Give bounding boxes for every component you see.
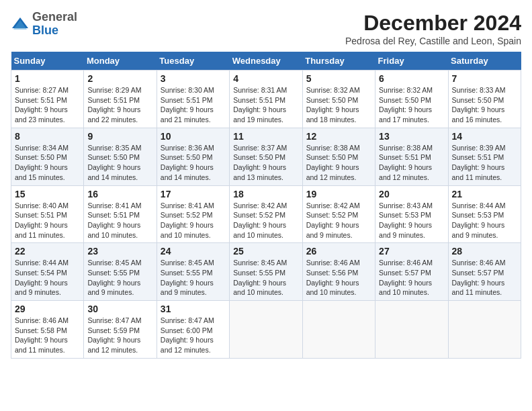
- calendar-cell: 27Sunrise: 8:46 AM Sunset: 5:57 PM Dayli…: [375, 243, 448, 301]
- day-detail: Sunrise: 8:29 AM Sunset: 5:51 PM Dayligh…: [87, 85, 152, 125]
- col-tuesday: Tuesday: [157, 52, 229, 71]
- calendar-cell: 29Sunrise: 8:46 AM Sunset: 5:58 PM Dayli…: [11, 301, 84, 359]
- day-detail: Sunrise: 8:40 AM Sunset: 5:51 PM Dayligh…: [15, 201, 80, 240]
- day-number: 2: [87, 73, 152, 84]
- calendar-table: Sunday Monday Tuesday Wednesday Thursday…: [11, 52, 521, 359]
- day-number: 1: [15, 73, 80, 84]
- day-number: 8: [15, 131, 80, 142]
- day-number: 12: [306, 131, 371, 142]
- calendar-cell: 21Sunrise: 8:44 AM Sunset: 5:53 PM Dayli…: [448, 185, 521, 243]
- calendar-cell: [375, 301, 448, 359]
- calendar-title: December 2024: [345, 11, 521, 36]
- day-detail: Sunrise: 8:45 AM Sunset: 5:55 PM Dayligh…: [233, 258, 298, 298]
- day-number: 4: [233, 73, 298, 84]
- day-detail: Sunrise: 8:30 AM Sunset: 5:51 PM Dayligh…: [161, 85, 226, 125]
- day-detail: Sunrise: 8:39 AM Sunset: 5:51 PM Dayligh…: [452, 143, 517, 183]
- col-monday: Monday: [84, 52, 157, 71]
- calendar-cell: 14Sunrise: 8:39 AM Sunset: 5:51 PM Dayli…: [448, 128, 521, 185]
- day-number: 5: [306, 73, 371, 84]
- day-number: 27: [379, 246, 444, 257]
- calendar-cell: 17Sunrise: 8:41 AM Sunset: 5:52 PM Dayli…: [157, 185, 229, 243]
- day-number: 14: [452, 131, 517, 142]
- calendar-week-row: 15Sunrise: 8:40 AM Sunset: 5:51 PM Dayli…: [11, 185, 521, 243]
- calendar-cell: 9Sunrise: 8:35 AM Sunset: 5:50 PM Daylig…: [84, 128, 157, 185]
- day-detail: Sunrise: 8:32 AM Sunset: 5:50 PM Dayligh…: [379, 85, 444, 125]
- col-saturday: Saturday: [448, 52, 521, 71]
- day-detail: Sunrise: 8:35 AM Sunset: 5:50 PM Dayligh…: [87, 143, 152, 183]
- day-detail: Sunrise: 8:46 AM Sunset: 5:56 PM Dayligh…: [306, 258, 371, 298]
- col-wednesday: Wednesday: [230, 52, 302, 71]
- calendar-cell: [448, 301, 521, 359]
- day-detail: Sunrise: 8:47 AM Sunset: 6:00 PM Dayligh…: [161, 316, 226, 355]
- calendar-cell: 20Sunrise: 8:43 AM Sunset: 5:53 PM Dayli…: [375, 185, 448, 243]
- day-detail: Sunrise: 8:46 AM Sunset: 5:57 PM Dayligh…: [379, 258, 444, 298]
- day-number: 9: [87, 131, 152, 142]
- col-sunday: Sunday: [11, 52, 84, 71]
- day-number: 11: [233, 131, 298, 142]
- logo-text: General Blue: [32, 11, 77, 38]
- day-number: 24: [161, 246, 226, 257]
- day-number: 7: [452, 73, 517, 84]
- calendar-cell: 24Sunrise: 8:45 AM Sunset: 5:55 PM Dayli…: [157, 243, 229, 301]
- day-detail: Sunrise: 8:43 AM Sunset: 5:53 PM Dayligh…: [379, 201, 444, 240]
- day-number: 18: [233, 189, 298, 199]
- day-number: 23: [87, 246, 152, 257]
- calendar-cell: 3Sunrise: 8:30 AM Sunset: 5:51 PM Daylig…: [157, 71, 229, 128]
- day-number: 16: [87, 189, 152, 199]
- logo: General Blue: [11, 11, 77, 38]
- day-number: 25: [233, 246, 298, 257]
- logo-icon: [11, 15, 30, 34]
- day-number: 28: [452, 246, 517, 257]
- calendar-cell: 16Sunrise: 8:41 AM Sunset: 5:51 PM Dayli…: [84, 185, 157, 243]
- col-friday: Friday: [375, 52, 448, 71]
- calendar-cell: 25Sunrise: 8:45 AM Sunset: 5:55 PM Dayli…: [230, 243, 302, 301]
- day-detail: Sunrise: 8:44 AM Sunset: 5:53 PM Dayligh…: [452, 201, 517, 240]
- calendar-week-row: 29Sunrise: 8:46 AM Sunset: 5:58 PM Dayli…: [11, 301, 521, 359]
- day-detail: Sunrise: 8:47 AM Sunset: 5:59 PM Dayligh…: [87, 316, 152, 355]
- calendar-cell: 15Sunrise: 8:40 AM Sunset: 5:51 PM Dayli…: [11, 185, 84, 243]
- calendar-cell: 30Sunrise: 8:47 AM Sunset: 5:59 PM Dayli…: [84, 301, 157, 359]
- day-detail: Sunrise: 8:38 AM Sunset: 5:50 PM Dayligh…: [306, 143, 371, 183]
- calendar-cell: 22Sunrise: 8:44 AM Sunset: 5:54 PM Dayli…: [11, 243, 84, 301]
- calendar-cell: [302, 301, 375, 359]
- calendar-cell: 31Sunrise: 8:47 AM Sunset: 6:00 PM Dayli…: [157, 301, 229, 359]
- day-number: 3: [161, 73, 226, 84]
- page-header: General Blue December 2024 Pedrosa del R…: [11, 11, 521, 46]
- calendar-cell: 4Sunrise: 8:31 AM Sunset: 5:51 PM Daylig…: [230, 71, 302, 128]
- day-detail: Sunrise: 8:31 AM Sunset: 5:51 PM Dayligh…: [233, 85, 298, 125]
- col-thursday: Thursday: [302, 52, 375, 71]
- day-number: 29: [15, 304, 80, 314]
- calendar-cell: 7Sunrise: 8:33 AM Sunset: 5:50 PM Daylig…: [448, 71, 521, 128]
- logo-blue: Blue: [32, 24, 58, 37]
- day-detail: Sunrise: 8:41 AM Sunset: 5:52 PM Dayligh…: [161, 201, 226, 240]
- calendar-cell: 28Sunrise: 8:46 AM Sunset: 5:57 PM Dayli…: [448, 243, 521, 301]
- day-detail: Sunrise: 8:44 AM Sunset: 5:54 PM Dayligh…: [15, 258, 80, 298]
- calendar-subtitle: Pedrosa del Rey, Castille and Leon, Spai…: [345, 36, 521, 46]
- day-number: 30: [87, 304, 152, 314]
- day-detail: Sunrise: 8:34 AM Sunset: 5:50 PM Dayligh…: [15, 143, 80, 183]
- calendar-cell: 10Sunrise: 8:36 AM Sunset: 5:50 PM Dayli…: [157, 128, 229, 185]
- day-number: 15: [15, 189, 80, 199]
- logo-general: General: [32, 10, 77, 24]
- day-detail: Sunrise: 8:46 AM Sunset: 5:57 PM Dayligh…: [452, 258, 517, 298]
- day-detail: Sunrise: 8:46 AM Sunset: 5:58 PM Dayligh…: [15, 316, 80, 355]
- day-detail: Sunrise: 8:32 AM Sunset: 5:50 PM Dayligh…: [306, 85, 371, 125]
- calendar-cell: 8Sunrise: 8:34 AM Sunset: 5:50 PM Daylig…: [11, 128, 84, 185]
- calendar-cell: 1Sunrise: 8:27 AM Sunset: 5:51 PM Daylig…: [11, 71, 84, 128]
- day-detail: Sunrise: 8:41 AM Sunset: 5:51 PM Dayligh…: [87, 201, 152, 240]
- calendar-cell: 6Sunrise: 8:32 AM Sunset: 5:50 PM Daylig…: [375, 71, 448, 128]
- day-detail: Sunrise: 8:38 AM Sunset: 5:51 PM Dayligh…: [379, 143, 444, 183]
- day-number: 26: [306, 246, 371, 257]
- calendar-cell: 2Sunrise: 8:29 AM Sunset: 5:51 PM Daylig…: [84, 71, 157, 128]
- calendar-week-row: 22Sunrise: 8:44 AM Sunset: 5:54 PM Dayli…: [11, 243, 521, 301]
- title-block: December 2024 Pedrosa del Rey, Castille …: [345, 11, 521, 46]
- calendar-week-row: 1Sunrise: 8:27 AM Sunset: 5:51 PM Daylig…: [11, 71, 521, 128]
- day-number: 31: [161, 304, 226, 314]
- calendar-cell: 13Sunrise: 8:38 AM Sunset: 5:51 PM Dayli…: [375, 128, 448, 185]
- calendar-cell: 26Sunrise: 8:46 AM Sunset: 5:56 PM Dayli…: [302, 243, 375, 301]
- day-detail: Sunrise: 8:45 AM Sunset: 5:55 PM Dayligh…: [87, 258, 152, 298]
- calendar-week-row: 8Sunrise: 8:34 AM Sunset: 5:50 PM Daylig…: [11, 128, 521, 185]
- day-detail: Sunrise: 8:37 AM Sunset: 5:50 PM Dayligh…: [233, 143, 298, 183]
- day-number: 21: [452, 189, 517, 199]
- day-detail: Sunrise: 8:42 AM Sunset: 5:52 PM Dayligh…: [306, 201, 371, 240]
